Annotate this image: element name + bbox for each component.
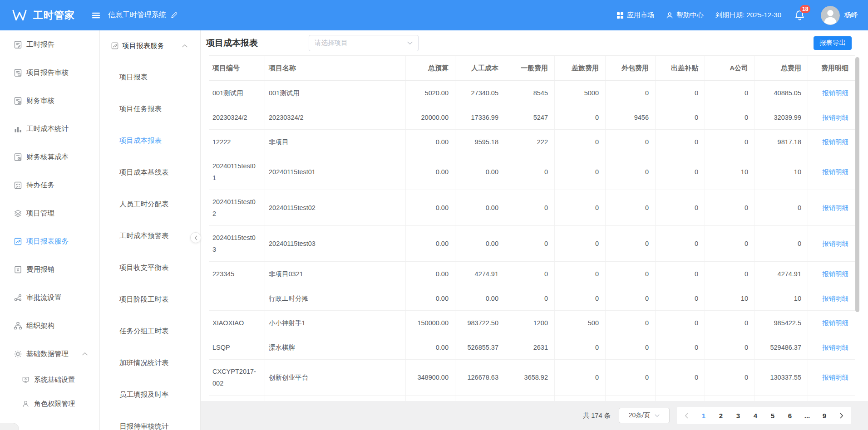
sidebar-item-expense-reimburse[interactable]: 费用报销 bbox=[0, 255, 99, 283]
expense-detail-link[interactable]: 报销明细 bbox=[822, 166, 848, 178]
column-header: 总预算 bbox=[406, 56, 455, 80]
sidebar-subitem-label: 系统基础设置 bbox=[34, 376, 75, 384]
vertical-scrollbar-thumb[interactable] bbox=[855, 57, 859, 312]
table-cell: 20240115test01 bbox=[209, 154, 265, 190]
submenu-item-project-balance-sheet[interactable]: 项目收支平衡表 bbox=[100, 252, 200, 283]
collapse-submenu-button[interactable] bbox=[190, 232, 201, 243]
sidebar-item-finance-cost-accounting[interactable]: 财务核算成本 bbox=[0, 143, 99, 171]
table-cell: 0.00 bbox=[455, 226, 505, 261]
sidebar-item-approval-flow-settings[interactable]: 审批流设置 bbox=[0, 283, 99, 312]
export-button[interactable]: 报表导出 bbox=[814, 36, 852, 50]
help-center-label: 帮助中心 bbox=[676, 11, 704, 20]
table-cell: 报销明细 bbox=[808, 190, 855, 225]
table-cell: 0 bbox=[705, 81, 755, 105]
sidebar-item-label: 项目报表服务 bbox=[26, 237, 69, 246]
help-center-link[interactable]: 帮助中心 bbox=[666, 11, 704, 20]
content-header: 项目成本报表 请选择项目 报表导出 bbox=[201, 30, 868, 55]
table-cell: 130337.55 bbox=[755, 360, 808, 395]
sidebar-item-project-management[interactable]: 项目管理 bbox=[0, 199, 99, 227]
page-button-5[interactable]: 5 bbox=[764, 412, 781, 420]
submenu-header[interactable]: 项目报表服务 bbox=[100, 30, 200, 61]
table-cell: 0 bbox=[606, 286, 656, 310]
submenu-item-daily-pending-audit[interactable]: 日报待审核统计 bbox=[100, 410, 200, 430]
sidebar-item-project-report-service[interactable]: 项目报表服务 bbox=[0, 227, 99, 255]
expense-detail-link[interactable]: 报销明细 bbox=[822, 238, 848, 249]
table-cell: 222 bbox=[505, 130, 555, 154]
table-cell: 27340.05 bbox=[455, 81, 505, 105]
submenu-item-task-group-hours[interactable]: 任务分组工时表 bbox=[100, 315, 200, 347]
submenu-header-label: 项目报表服务 bbox=[122, 41, 164, 51]
sidebar-subitem-system-basic-settings[interactable]: 系统基础设置 bbox=[0, 368, 99, 392]
app-market-link[interactable]: 应用市场 bbox=[616, 11, 654, 20]
sidebar-item-project-report-audit[interactable]: 项目报告审核 bbox=[0, 59, 99, 87]
submenu-item-project-report[interactable]: 项目报表 bbox=[100, 61, 200, 93]
table-cell: 报销明细 bbox=[808, 105, 855, 129]
table-cell: 0.00 bbox=[406, 190, 455, 225]
table-row: 20240115test0320240115test030.000.000000… bbox=[209, 226, 855, 262]
submenu-item-project-cost-report[interactable]: 项目成本报表 bbox=[100, 125, 200, 156]
table-cell: 0 bbox=[606, 154, 656, 190]
pager-prev-button[interactable] bbox=[678, 413, 695, 419]
page-button-2[interactable]: 2 bbox=[712, 412, 730, 420]
table-cell: 9817.18 bbox=[755, 130, 808, 154]
avatar[interactable] bbox=[821, 6, 840, 25]
table-cell: 20240115test03 bbox=[209, 226, 265, 261]
sidebar-subitem-role-permission-management[interactable]: 角色权限管理 bbox=[0, 392, 99, 416]
column-header: 项目编号 bbox=[209, 56, 265, 80]
table-row: LSQP溧水棋牌0.00526855.3726310000529486.37报销… bbox=[209, 335, 855, 360]
expense-detail-link[interactable]: 报销明细 bbox=[822, 342, 848, 353]
table-cell: 0 bbox=[705, 105, 755, 129]
expense-detail-link[interactable]: 报销明细 bbox=[822, 293, 848, 304]
sidebar-item-work-hour-report[interactable]: 工时报告 bbox=[0, 30, 99, 59]
page-button-3[interactable]: 3 bbox=[730, 412, 747, 420]
submenu-item-employee-timely-rate[interactable]: 员工填报及时率 bbox=[100, 379, 200, 410]
page-button-6[interactable]: 6 bbox=[781, 412, 799, 420]
edit-icon[interactable] bbox=[171, 12, 178, 19]
sidebar-subitem-label: 角色权限管理 bbox=[34, 400, 75, 408]
notification-bell[interactable]: 18 bbox=[795, 10, 804, 20]
table-cell: 创新创业平台 bbox=[265, 360, 406, 395]
page-button-1[interactable]: 1 bbox=[695, 412, 712, 420]
pager-ellipsis[interactable]: ... bbox=[799, 412, 816, 420]
expense-detail-link[interactable]: 报销明细 bbox=[822, 136, 848, 148]
expiry-date: 到期日期: 2025-12-30 bbox=[715, 11, 781, 20]
table-cell: 0 bbox=[656, 335, 705, 359]
expense-detail-link[interactable]: 报销明细 bbox=[822, 87, 848, 99]
submenu-item-hour-cost-warning[interactable]: 工时成本预警表 bbox=[100, 220, 200, 252]
sidebar-item-basic-data-management[interactable]: 基础数据管理 bbox=[0, 340, 99, 368]
username: 杨峰 bbox=[844, 11, 858, 20]
page-button-9[interactable]: 9 bbox=[816, 412, 833, 420]
column-header: 外包费用 bbox=[606, 56, 656, 80]
total-count: 共 174 条 bbox=[583, 411, 611, 420]
chevron-up-icon[interactable] bbox=[182, 44, 187, 48]
sidebar-item-work-hour-cost-stats[interactable]: 工时成本统计 bbox=[0, 115, 99, 143]
submenu-item-project-task-report[interactable]: 项目任务报表 bbox=[100, 93, 200, 125]
expense-detail-link[interactable]: 报销明细 bbox=[822, 371, 848, 383]
report-chart-icon bbox=[111, 42, 119, 50]
table-cell: 5247 bbox=[505, 105, 555, 129]
pager-next-button[interactable] bbox=[833, 413, 850, 419]
submenu-item-overtime-stats[interactable]: 加班情况统计表 bbox=[100, 347, 200, 379]
expense-detail-link[interactable]: 报销明细 bbox=[822, 112, 848, 123]
table-header-row: 项目编号项目名称总预算人工成本一般费用差旅费用外包费用出差补贴A公司总费用费用明… bbox=[209, 55, 855, 81]
submenu-item-project-phase-hours[interactable]: 项目阶段工时表 bbox=[100, 283, 200, 315]
sidebar-item-finance-audit[interactable]: 财务审核 bbox=[0, 87, 99, 115]
page-button-4[interactable]: 4 bbox=[747, 412, 764, 420]
sidebar-item-org-structure[interactable]: 组织架构 bbox=[0, 312, 99, 340]
sidebar-item-label: 项目报告审核 bbox=[26, 68, 69, 78]
brand: 工时管家 bbox=[0, 9, 81, 22]
page-size-select[interactable]: 20条/页 bbox=[619, 408, 670, 423]
table-cell: 0 bbox=[555, 335, 606, 359]
column-header: 出差补贴 bbox=[656, 56, 705, 80]
submenu-item-project-cost-baseline[interactable]: 项目成本基线表 bbox=[100, 156, 200, 188]
table-cell: 0.00 bbox=[406, 226, 455, 261]
expense-detail-link[interactable]: 报销明细 bbox=[822, 268, 848, 280]
column-header: 一般费用 bbox=[505, 56, 555, 80]
expense-detail-link[interactable]: 报销明细 bbox=[822, 202, 848, 214]
submenu-item-personnel-hour-allocation[interactable]: 人员工时分配表 bbox=[100, 188, 200, 220]
sidebar-item-todo-tasks[interactable]: 待办任务 bbox=[0, 171, 99, 199]
table-row: 223345非项目03210.004274.91000004274.91报销明细 bbox=[209, 262, 855, 286]
project-select[interactable]: 请选择项目 bbox=[309, 35, 419, 51]
expense-detail-link[interactable]: 报销明细 bbox=[822, 317, 848, 329]
menu-icon[interactable] bbox=[92, 12, 100, 19]
